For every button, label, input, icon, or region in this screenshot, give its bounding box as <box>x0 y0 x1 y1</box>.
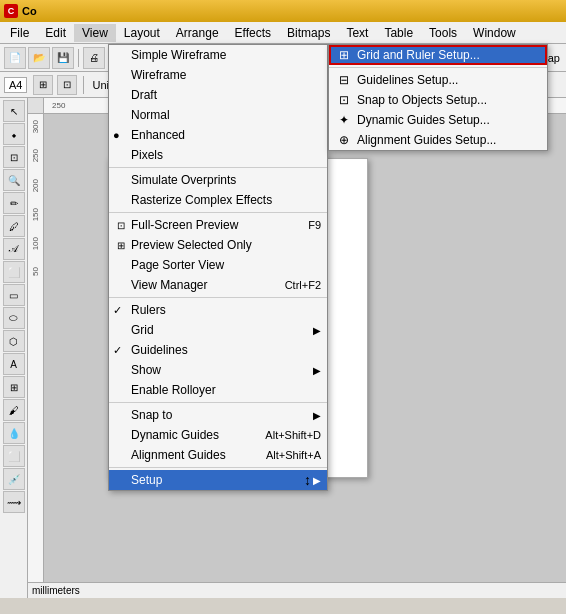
tool-pen[interactable]: 🖊 <box>3 215 25 237</box>
menu-view-manager[interactable]: View Manager Ctrl+F2 <box>109 275 327 295</box>
enhanced-label: Enhanced <box>131 128 185 142</box>
menu-window[interactable]: Window <box>465 24 524 42</box>
tool-ellipse[interactable]: ⬭ <box>3 307 25 329</box>
menu-page-sorter[interactable]: Page Sorter View <box>109 255 327 275</box>
view-manager-shortcut: Ctrl+F2 <box>265 279 321 291</box>
page-indicator: A4 <box>4 77 27 93</box>
new-btn[interactable]: 📄 <box>4 47 26 69</box>
tb2-btn2[interactable]: ⊡ <box>57 75 77 95</box>
tb2-btn1[interactable]: ⊞ <box>33 75 53 95</box>
menu-effects[interactable]: Effects <box>227 24 279 42</box>
enable-rolloyer-label: Enable Rolloyer <box>131 383 216 397</box>
menu-simple-wireframe[interactable]: Simple Wireframe <box>109 45 327 65</box>
menu-arrange[interactable]: Arrange <box>168 24 227 42</box>
sep-d <box>109 402 327 403</box>
menu-table[interactable]: Table <box>376 24 421 42</box>
title-bar: C Co <box>0 0 566 22</box>
menu-dynamic-guides[interactable]: Dynamic Guides Alt+Shift+D <box>109 425 327 445</box>
sep6 <box>83 76 84 94</box>
menu-preview-selected[interactable]: ⊞ Preview Selected Only <box>109 235 327 255</box>
tool-fill[interactable]: 💧 <box>3 422 25 444</box>
grid-label: Grid <box>131 323 154 337</box>
menu-fullscreen[interactable]: ⊡ Full-Screen Preview F9 <box>109 215 327 235</box>
simulate-overprints-label: Simulate Overprints <box>131 173 236 187</box>
menu-enhanced[interactable]: ● Enhanced <box>109 125 327 145</box>
menu-wireframe[interactable]: Wireframe <box>109 65 327 85</box>
menu-alignment-guides[interactable]: Alignment Guides Alt+Shift+A <box>109 445 327 465</box>
show-arrow: ▶ <box>313 365 321 376</box>
tool-smart-fill[interactable]: ⬜ <box>3 261 25 283</box>
tool-calligraphy[interactable]: 𝒜 <box>3 238 25 260</box>
tool-eyedropper[interactable]: 💉 <box>3 468 25 490</box>
dynamic-guides-shortcut: Alt+Shift+D <box>245 429 321 441</box>
menu-edit[interactable]: Edit <box>37 24 74 42</box>
alignment-setup-icon: ⊕ <box>335 131 353 149</box>
status-bar: millimeters <box>28 582 566 598</box>
snap-objects-label: Snap to Objects Setup... <box>357 93 487 107</box>
tools-panel: ↖ ⬥ ⊡ 🔍 ✏ 🖊 𝒜 ⬜ ▭ ⬭ ⬡ A ⊞ 🖌 💧 ⬜ 💉 ⟿ <box>0 98 28 598</box>
menu-rulers[interactable]: ✓ Rulers <box>109 300 327 320</box>
submenu-guidelines-setup[interactable]: ⊟ Guidelines Setup... <box>329 70 547 90</box>
fullscreen-label: Full-Screen Preview <box>131 218 238 232</box>
sep1 <box>78 49 79 67</box>
menu-pixels[interactable]: Pixels <box>109 145 327 165</box>
sep-e <box>109 467 327 468</box>
grid-arrow: ▶ <box>313 325 321 336</box>
submenu-snap-objects[interactable]: ⊡ Snap to Objects Setup... <box>329 90 547 110</box>
guidelines-check: ✓ <box>113 344 122 357</box>
submenu-grid-ruler[interactable]: ⊞ Grid and Ruler Setup... <box>329 45 547 65</box>
tool-node[interactable]: ⬥ <box>3 123 25 145</box>
tool-rect[interactable]: ▭ <box>3 284 25 306</box>
menu-layout[interactable]: Layout <box>116 24 168 42</box>
submenu-alignment-setup[interactable]: ⊕ Alignment Guides Setup... <box>329 130 547 150</box>
tool-text[interactable]: A <box>3 353 25 375</box>
open-btn[interactable]: 📂 <box>28 47 50 69</box>
tool-blend[interactable]: ⟿ <box>3 491 25 513</box>
print-btn[interactable]: 🖨 <box>83 47 105 69</box>
menu-tools[interactable]: Tools <box>421 24 465 42</box>
menu-show[interactable]: Show ▶ <box>109 360 327 380</box>
setup-label: Setup <box>131 473 162 487</box>
fullscreen-icon: ⊡ <box>113 217 129 233</box>
ruler-corner <box>28 98 44 114</box>
enhanced-check: ● <box>113 129 120 141</box>
menu-simulate-overprints[interactable]: Simulate Overprints <box>109 170 327 190</box>
menu-bitmaps[interactable]: Bitmaps <box>279 24 338 42</box>
tool-table[interactable]: ⊞ <box>3 376 25 398</box>
alignment-guides-shortcut: Alt+Shift+A <box>246 449 321 461</box>
menu-enable-rolloyer[interactable]: Enable Rolloyer <box>109 380 327 400</box>
tool-freehand[interactable]: ✏ <box>3 192 25 214</box>
tool-zoom[interactable]: 🔍 <box>3 169 25 191</box>
tool-paint[interactable]: 🖌 <box>3 399 25 421</box>
save-btn[interactable]: 💾 <box>52 47 74 69</box>
view-menu-dropdown: Simple Wireframe Wireframe Draft Normal … <box>108 44 328 491</box>
menu-bar: File Edit View Layout Arrange Effects Bi… <box>0 22 566 44</box>
alignment-guides-label: Alignment Guides <box>131 448 226 462</box>
dynamic-guides-label: Dynamic Guides <box>131 428 219 442</box>
submenu-dynamic-setup[interactable]: ✦ Dynamic Guides Setup... <box>329 110 547 130</box>
tool-polygon[interactable]: ⬡ <box>3 330 25 352</box>
menu-normal[interactable]: Normal <box>109 105 327 125</box>
menu-grid[interactable]: Grid ▶ <box>109 320 327 340</box>
menu-text[interactable]: Text <box>338 24 376 42</box>
tool-outline[interactable]: ⬜ <box>3 445 25 467</box>
menu-file[interactable]: File <box>2 24 37 42</box>
title-text: Co <box>22 5 37 17</box>
menu-guidelines[interactable]: ✓ Guidelines <box>109 340 327 360</box>
draft-label: Draft <box>131 88 157 102</box>
menu-view[interactable]: View <box>74 24 116 42</box>
menu-draft[interactable]: Draft <box>109 85 327 105</box>
sep-a <box>109 167 327 168</box>
page-sorter-label: Page Sorter View <box>131 258 224 272</box>
dynamic-setup-icon: ✦ <box>335 111 353 129</box>
sub-sep1 <box>329 67 547 68</box>
status-text: millimeters <box>32 585 80 596</box>
menu-snap-to[interactable]: Snap to ▶ <box>109 405 327 425</box>
tool-select[interactable]: ↖ <box>3 100 25 122</box>
menu-setup[interactable]: Setup ▶ ↕ <box>109 470 327 490</box>
tool-crop[interactable]: ⊡ <box>3 146 25 168</box>
fullscreen-shortcut: F9 <box>288 219 321 231</box>
menu-rasterize[interactable]: Rasterize Complex Effects <box>109 190 327 210</box>
grid-ruler-icon: ⊞ <box>335 46 353 64</box>
snap-to-arrow: ▶ <box>313 410 321 421</box>
